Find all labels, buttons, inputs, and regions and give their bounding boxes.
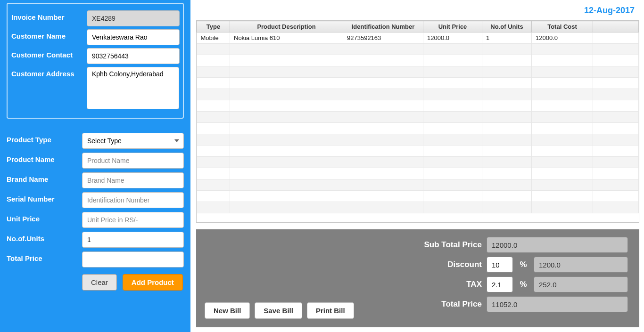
serial-number-input[interactable] [82,192,184,208]
table-row [197,146,639,157]
discount-label: Discount [424,260,482,269]
table-row [197,89,639,100]
discount-pct-input[interactable] [487,257,513,273]
col-spacer [593,21,639,32]
total-price-input[interactable] [82,251,184,267]
col-units[interactable]: No.of Units [482,21,532,32]
product-type-value[interactable] [82,133,184,149]
total-price-label: Total Price [7,251,77,262]
discount-amount [534,257,628,273]
main-panel: 12-Aug-2017 Type Product Description Ide… [190,0,644,332]
table-row [197,191,639,202]
table-row [197,123,639,134]
unit-price-input[interactable] [82,212,184,228]
tax-pct-input[interactable] [487,276,513,292]
items-table: Type Product Description Identification … [196,20,639,223]
clear-button[interactable]: Clear [82,274,117,291]
table-row [197,100,639,112]
brand-name-label: Brand Name [7,172,77,183]
new-bill-button[interactable]: New Bill [205,302,250,319]
print-bill-button[interactable]: Print Bill [307,302,354,319]
subtotal-value [487,237,628,253]
invoice-label: Invoice Number [11,10,82,21]
customer-name-label: Customer Name [11,29,82,40]
col-desc[interactable]: Product Description [230,21,343,32]
table-row [197,202,639,213]
tax-pct-symbol: % [518,280,529,289]
product-name-label: Product Name [7,153,77,163]
customer-contact-input[interactable] [87,48,180,64]
discount-pct-symbol: % [518,260,529,269]
customer-address-label: Customer Address [11,67,82,78]
table-row [197,44,639,55]
date-display: 12-Aug-2017 [196,3,639,20]
table-header-row: Type Product Description Identification … [197,21,639,32]
col-total[interactable]: Total Cost [532,21,593,32]
table-row [197,112,639,123]
unit-price-label: Unit Price [7,212,77,223]
footer-panel: New Bill Save Bill Print Bill Sub Total … [196,229,639,327]
serial-number-label: Serial Number [7,192,77,203]
col-idnum[interactable]: Identification Number [343,21,423,32]
customer-panel: Invoice Number Customer Name Customer Co… [7,3,184,119]
table-row [197,78,639,89]
units-input[interactable] [82,232,184,248]
customer-address-input[interactable] [87,67,179,109]
table-row [197,168,639,179]
sidebar: Invoice Number Customer Name Customer Co… [0,0,190,332]
table-row [197,134,639,146]
table-row [197,55,639,66]
grand-total-label: Total Price [424,300,482,309]
customer-name-input[interactable] [87,29,180,45]
table-row [197,157,639,168]
tax-amount [534,276,628,292]
totals-grid: Sub Total Price Discount % TAX % Total P… [424,237,628,312]
save-bill-button[interactable]: Save Bill [255,302,302,319]
tax-label: TAX [424,280,482,289]
table-row [197,66,639,78]
product-panel: Product Type Product Name Brand Name Ser… [7,133,184,291]
table-row [197,179,639,191]
subtotal-label: Sub Total Price [424,240,482,250]
units-label: No.of.Units [7,232,77,243]
brand-name-input[interactable] [82,172,184,188]
col-unitprice[interactable]: Unit Price [423,21,482,32]
customer-contact-label: Customer Contact [11,48,82,59]
grand-total-value [487,296,628,312]
invoice-input [87,10,180,26]
product-type-label: Product Type [7,133,77,144]
product-name-input[interactable] [82,153,184,169]
product-type-select[interactable] [82,133,184,149]
add-product-button[interactable]: Add Product [123,274,183,291]
col-type[interactable]: Type [197,21,230,32]
table-row[interactable]: MobileNokia Lumia 610927359216312000.011… [197,32,639,44]
